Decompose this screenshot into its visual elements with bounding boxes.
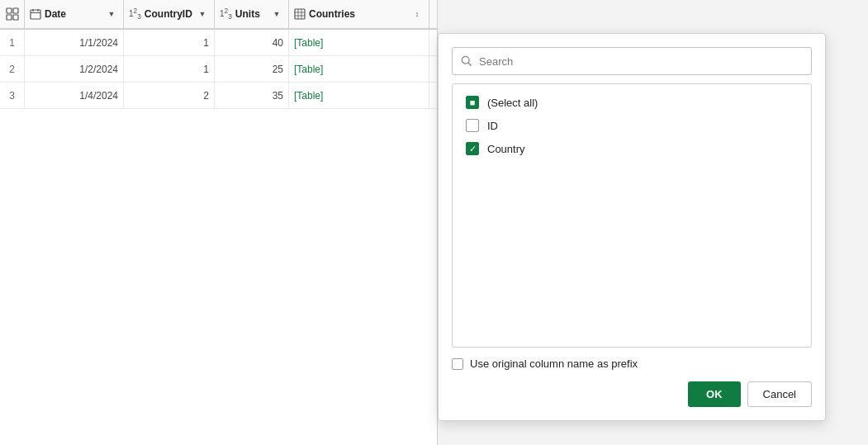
- search-icon: [461, 55, 472, 67]
- col-countryid-label: CountryID: [145, 8, 192, 20]
- dialog-buttons: OK Cancel: [452, 381, 812, 407]
- col-units-label: Units: [235, 8, 260, 20]
- ok-button[interactable]: OK: [688, 381, 741, 407]
- select-all-label: (Select all): [487, 97, 538, 109]
- numeric-type-icon-units: 123: [220, 7, 232, 21]
- col-units-dropdown[interactable]: ▼: [270, 7, 283, 21]
- svg-rect-2: [7, 15, 12, 20]
- check-item-id[interactable]: ID: [453, 114, 811, 137]
- svg-rect-0: [7, 8, 12, 13]
- svg-rect-4: [31, 10, 40, 19]
- cell-countryid-1: 1: [124, 30, 215, 55]
- table-body: 1 1/1/2024 1 40 [Table] 2 1/2/2024 1 25 …: [0, 30, 437, 109]
- col-header-date[interactable]: Date ▼: [25, 0, 124, 28]
- checkbox-id[interactable]: [466, 119, 479, 132]
- cell-countries-1: [Table]: [289, 30, 429, 55]
- col-countries-expand[interactable]: ↕: [410, 7, 424, 21]
- cell-date-3: 1/4/2024: [25, 83, 124, 108]
- prefix-label: Use original column name as prefix: [470, 357, 638, 370]
- prefix-checkbox[interactable]: [452, 358, 463, 370]
- expand-icon: ↕: [415, 10, 420, 18]
- cell-countries-2: [Table]: [289, 56, 429, 82]
- check-item-select-all[interactable]: ■ (Select all): [453, 91, 811, 114]
- cell-units-1: 40: [215, 30, 289, 55]
- cell-countryid-3: 2: [124, 83, 215, 108]
- col-header-countryid[interactable]: 123 CountryID ▼: [124, 0, 215, 28]
- row-number-1: 1: [0, 30, 25, 55]
- cell-units-2: 25: [215, 56, 289, 82]
- search-input[interactable]: [479, 55, 803, 68]
- checkmark-icon: ■: [470, 98, 476, 107]
- col-date-label: Date: [45, 8, 66, 20]
- cell-date-1: 1/1/2024: [25, 30, 124, 55]
- chevron-down-icon: ▼: [199, 10, 206, 18]
- prefix-option-row[interactable]: Use original column name as prefix: [452, 357, 812, 370]
- row-number-2: 2: [0, 56, 25, 82]
- svg-rect-8: [295, 9, 305, 19]
- search-container[interactable]: [452, 47, 812, 75]
- chevron-down-icon: ▼: [108, 10, 116, 18]
- country-column-label: Country: [487, 143, 525, 155]
- chevron-down-icon: ▼: [273, 10, 281, 18]
- cell-units-3: 35: [215, 83, 289, 108]
- checkmark-icon: ✓: [469, 144, 477, 154]
- col-header-units[interactable]: 123 Units ▼: [215, 0, 289, 28]
- svg-line-14: [468, 63, 471, 65]
- numeric-type-icon: 123: [129, 7, 141, 21]
- cancel-button[interactable]: Cancel: [747, 381, 812, 407]
- col-date-dropdown[interactable]: ▼: [105, 7, 118, 21]
- col-countries-label: Countries: [309, 8, 355, 20]
- row-number-header: [0, 0, 25, 28]
- col-countryid-dropdown[interactable]: ▼: [196, 7, 209, 21]
- checkbox-select-all[interactable]: ■: [466, 96, 479, 109]
- cell-countries-3: [Table]: [289, 83, 429, 108]
- data-table: Date ▼ 123 CountryID ▼ 123 Units ▼: [0, 0, 438, 445]
- table-row[interactable]: 1 1/1/2024 1 40 [Table]: [0, 30, 437, 56]
- expand-columns-dialog: ■ (Select all) ID ✓ Country Use original…: [438, 33, 826, 421]
- row-number-3: 3: [0, 83, 25, 108]
- cell-countryid-2: 1: [124, 56, 215, 82]
- columns-list: ■ (Select all) ID ✓ Country: [452, 83, 812, 348]
- col-header-countries[interactable]: Countries ↕: [289, 0, 429, 28]
- table-row[interactable]: 3 1/4/2024 2 35 [Table]: [0, 83, 437, 109]
- check-item-country[interactable]: ✓ Country: [453, 137, 811, 160]
- checkbox-country[interactable]: ✓: [466, 142, 479, 155]
- table-header: Date ▼ 123 CountryID ▼ 123 Units ▼: [0, 0, 437, 30]
- id-column-label: ID: [487, 120, 498, 132]
- cell-date-2: 1/2/2024: [25, 56, 124, 82]
- table-row[interactable]: 2 1/2/2024 1 25 [Table]: [0, 56, 437, 83]
- svg-rect-1: [13, 8, 18, 13]
- svg-rect-3: [13, 15, 18, 20]
